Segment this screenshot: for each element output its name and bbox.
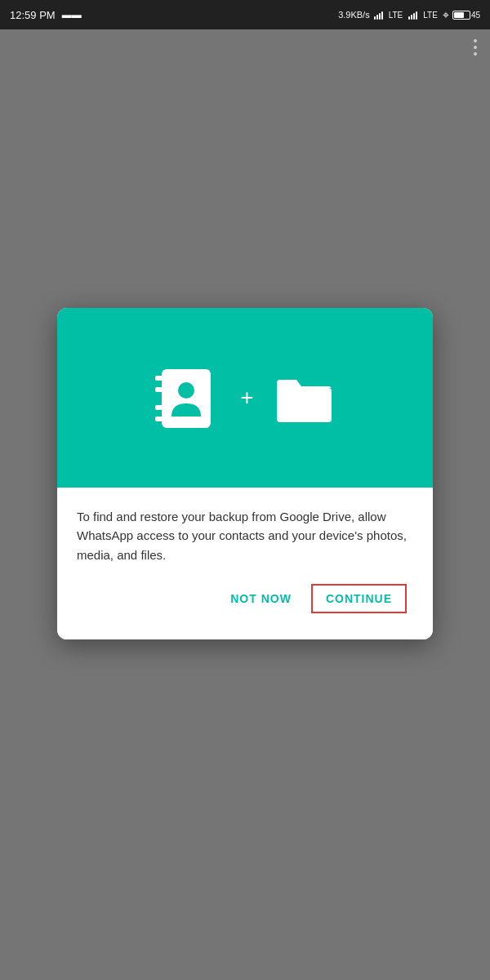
permission-dialog: + To find and restore your backup from G… — [57, 308, 433, 639]
svg-rect-4 — [155, 416, 165, 421]
dialog-header: + — [57, 308, 433, 488]
not-now-button[interactable]: NOT NOW — [217, 584, 305, 613]
signal-bars-1 — [374, 10, 383, 20]
network-speed: 3.9KB/s — [338, 10, 370, 20]
dialog-actions: NOT NOW CONTINUE — [77, 584, 413, 626]
folder-svg — [274, 372, 335, 425]
wifi-icon: ⌖ — [443, 8, 449, 22]
dialog-message: To find and restore your backup from Goo… — [77, 507, 413, 564]
dialog-overlay: + To find and restore your backup from G… — [0, 0, 490, 980]
plus-sign: + — [240, 385, 253, 411]
network-type-2: LTE — [423, 11, 438, 20]
status-time: 12:59 PM — [10, 9, 56, 21]
dialog-body: To find and restore your backup from Goo… — [57, 488, 433, 639]
svg-rect-2 — [155, 387, 165, 392]
folder-icon — [274, 372, 335, 425]
signal-bars-2 — [408, 10, 417, 20]
status-bar-left: 12:59 PM ▬▬ — [10, 9, 82, 21]
contacts-book-icon — [155, 361, 220, 434]
continue-button[interactable]: CONTINUE — [311, 584, 407, 613]
battery-indicator: 45 — [452, 11, 480, 20]
message-icon: ▬▬ — [62, 9, 82, 20]
svg-rect-1 — [155, 376, 165, 381]
svg-rect-3 — [155, 405, 165, 410]
svg-point-5 — [178, 382, 194, 399]
battery-level: 45 — [471, 11, 480, 20]
contacts-svg — [155, 361, 220, 434]
status-bar-right: 3.9KB/s LTE LTE ⌖ 45 — [338, 8, 480, 22]
network-type-1: LTE — [389, 11, 403, 20]
status-bar: 12:59 PM ▬▬ 3.9KB/s LTE LTE ⌖ 45 — [0, 0, 490, 29]
